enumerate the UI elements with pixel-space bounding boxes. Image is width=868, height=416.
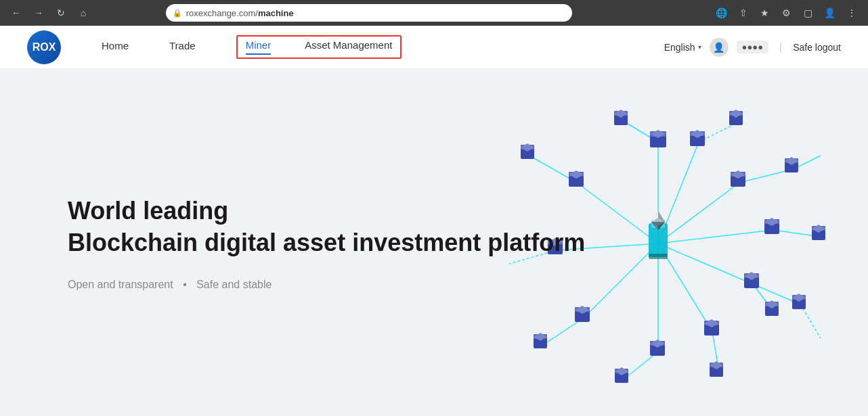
lock-icon: 🔒 bbox=[173, 9, 182, 18]
home-button[interactable]: ⌂ bbox=[74, 3, 93, 22]
hero-subtitle: Open and transparent • Safe and stable bbox=[68, 279, 800, 291]
nav-highlight-box: Miner Asset Management bbox=[236, 35, 402, 59]
refresh-button[interactable]: ↻ bbox=[51, 3, 70, 22]
language-selector[interactable]: English ▾ bbox=[664, 42, 701, 53]
nav-asset-management[interactable]: Asset Management bbox=[305, 39, 392, 55]
hero-text: World leading Blockchain digital asset i… bbox=[68, 195, 800, 292]
username-display: ●●●● bbox=[737, 41, 768, 53]
safe-logout-button[interactable]: Safe logout bbox=[793, 42, 841, 53]
profile-icon[interactable]: 👤 bbox=[821, 3, 840, 22]
chevron-down-icon: ▾ bbox=[698, 43, 701, 51]
share-icon[interactable]: ⇧ bbox=[734, 3, 753, 22]
bookmark-icon[interactable]: ★ bbox=[756, 3, 775, 22]
browser-chrome: ← → ↻ ⌂ 🔒 roxexchange.com/machine 🌐 ⇧ ★ … bbox=[0, 0, 868, 26]
menu-icon[interactable]: ⋮ bbox=[842, 3, 861, 22]
language-label: English bbox=[664, 42, 695, 53]
nav-home[interactable]: Home bbox=[102, 40, 129, 54]
translate-icon[interactable]: 🌐 bbox=[712, 3, 731, 22]
address-bar[interactable]: 🔒 roxexchange.com/machine bbox=[166, 4, 572, 22]
nav-links: Home Trade Miner Asset Management bbox=[102, 35, 664, 59]
navbar: ROX Home Trade Miner Asset Management En… bbox=[0, 26, 868, 69]
hero-title: World leading Blockchain digital asset i… bbox=[68, 195, 800, 259]
nav-right: English ▾ 👤 ●●●● | Safe logout bbox=[664, 38, 841, 57]
url-display: roxexchange.com/machine bbox=[186, 8, 294, 18]
back-button[interactable]: ← bbox=[7, 3, 26, 22]
hero-section: World leading Blockchain digital asset i… bbox=[0, 69, 868, 416]
window-icon[interactable]: ▢ bbox=[799, 3, 818, 22]
nav-trade[interactable]: Trade bbox=[169, 40, 196, 54]
user-avatar-icon[interactable]: 👤 bbox=[710, 38, 729, 57]
browser-nav-buttons[interactable]: ← → ↻ ⌂ bbox=[7, 3, 93, 22]
forward-button[interactable]: → bbox=[29, 3, 48, 22]
divider: | bbox=[779, 41, 782, 53]
extensions-icon[interactable]: ⚙ bbox=[777, 3, 796, 22]
svg-line-14 bbox=[800, 304, 821, 338]
browser-action-buttons[interactable]: 🌐 ⇧ ★ ⚙ ▢ 👤 ⋮ bbox=[712, 3, 861, 22]
logo[interactable]: ROX bbox=[27, 30, 61, 64]
nav-miner[interactable]: Miner bbox=[246, 39, 272, 55]
